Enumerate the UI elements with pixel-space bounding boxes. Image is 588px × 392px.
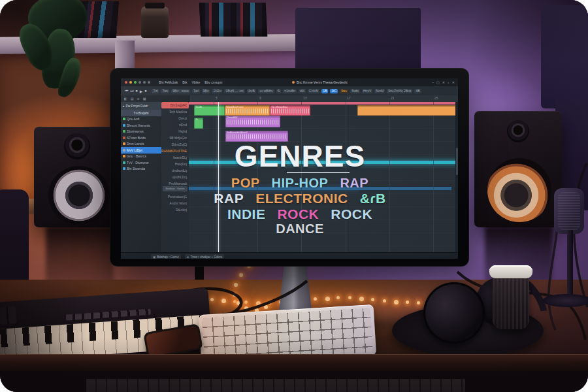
books-row bbox=[199, 3, 268, 37]
panel-icon[interactable]: ▤ bbox=[131, 97, 134, 101]
sidebar-item[interactable]: TvV · Dtvwvnw bbox=[121, 159, 161, 166]
sidebar-header[interactable]: ▸ Pw Prnjct Fvldr bbox=[121, 102, 161, 110]
clip-label: 9wBnvwdnvBnwV bbox=[225, 131, 288, 134]
menubar-item[interactable]: Bht FeMcbsk bbox=[159, 80, 178, 84]
track-name[interactable]: nDnd bbox=[161, 122, 189, 128]
tool-icon[interactable]: ✕ bbox=[452, 80, 455, 84]
window-control-button[interactable]: ✕ bbox=[442, 80, 445, 84]
track-name[interactable]: ujndhLDnj bbox=[161, 174, 189, 180]
sidebar-item[interactable]: Bht Stvwnda bbox=[121, 166, 161, 172]
audio-clip[interactable]: 9nvBt bbox=[194, 105, 225, 116]
sidebar-item[interactable]: MvV LtBjvt bbox=[121, 147, 161, 154]
window-control-button[interactable]: ▢ bbox=[436, 80, 440, 84]
toolbar-button[interactable]: +v wBtfrv bbox=[258, 89, 274, 93]
track-name[interactable]: Ovnci bbox=[161, 115, 189, 122]
menubar-item[interactable]: Ebv cmsqmi bbox=[204, 80, 222, 84]
track-name[interactable]: DdnvZujCj bbox=[161, 141, 189, 148]
window-control-button[interactable]: – bbox=[432, 80, 434, 84]
transport-button[interactable]: ▶ bbox=[140, 89, 143, 93]
panel-icon[interactable]: ◧ bbox=[124, 97, 127, 101]
track-name[interactable]: Dm1sqjvF1 bbox=[161, 102, 189, 108]
transport-button[interactable]: ⏭ bbox=[130, 89, 133, 93]
toolbar-button[interactable]: 1Bvt5 — vnt bbox=[224, 89, 244, 93]
toolbar-button[interactable]: =1nvBn bbox=[283, 89, 297, 93]
audio-clip[interactable] bbox=[357, 105, 458, 116]
window-control-dot[interactable] bbox=[134, 81, 137, 84]
panel-icon[interactable]: ≋ bbox=[137, 97, 139, 101]
track-name[interactable]: HwvjDnj bbox=[161, 161, 189, 167]
track-name[interactable]: 9B MrfjuGtc bbox=[161, 135, 189, 141]
sidebar-item[interactable]: Shncnt Vwnvnts bbox=[121, 122, 161, 129]
sidebar-item[interactable]: Drvn Lwnds bbox=[121, 141, 161, 148]
toolbar-button[interactable]: 5wbt bbox=[350, 89, 360, 93]
track-name[interactable]: Ptnvtsducn)1 bbox=[161, 193, 189, 200]
toolbar-button[interactable]: HnvV bbox=[362, 89, 372, 93]
track-name[interactable]: dndwvdLtj bbox=[161, 167, 189, 174]
toolbar-button[interactable]: Tnl bbox=[152, 89, 159, 93]
window-control-dot[interactable] bbox=[143, 81, 146, 84]
transport-button[interactable]: ⏺ bbox=[144, 89, 146, 93]
tool-icon[interactable]: ⌕ bbox=[448, 80, 449, 85]
genre-word: HIP-HOP bbox=[272, 176, 329, 190]
window-control-dot[interactable] bbox=[148, 81, 150, 84]
toolbar-button[interactable]: S bbox=[276, 89, 281, 93]
toolbar-button[interactable]: CnfnN bbox=[308, 89, 319, 93]
status-tab[interactable]: ▣Bdwhajv : Gwnvt bbox=[151, 254, 181, 259]
toolbar-button[interactable]: Twv bbox=[161, 89, 169, 93]
clip-label: 4v bbox=[194, 118, 203, 121]
string-light-bulb bbox=[264, 305, 268, 309]
playhead[interactable] bbox=[218, 102, 219, 252]
audio-clip[interactable]: 7w vBnvwBnv bbox=[270, 105, 310, 116]
audio-clip[interactable]: 4v bbox=[194, 118, 203, 129]
toolbar-button[interactable]: 9nv.PvVfn 2Bnk bbox=[387, 89, 412, 93]
track-name[interactable]: Hsjhd bbox=[161, 128, 189, 135]
lane-label-chip: Bwdtvjn · Gvnhs bbox=[163, 186, 188, 191]
track-name[interactable]: RANMKPLrZTNE bbox=[161, 148, 189, 154]
session-title-text: Bnc Krmse Venrs Thewa Gevdesht bbox=[297, 80, 348, 84]
sidebar-item[interactable]: Qnu Anft bbox=[121, 116, 161, 123]
track-name[interactable]: 9nh MadIna bbox=[161, 108, 189, 115]
toolbar-button[interactable]: 1N2u bbox=[212, 89, 222, 93]
sidebar-item[interactable]: STvwn Bvlds bbox=[121, 135, 161, 141]
window-control-dot[interactable] bbox=[129, 81, 132, 84]
audio-clip[interactable]: SnvwBnv9 vn2 bbox=[225, 105, 270, 116]
genre-word: &ɾB bbox=[360, 191, 386, 206]
sidebar-item[interactable]: Gnu · Bwvrcs bbox=[121, 154, 161, 160]
panel-icons: ◧▤≋▦ bbox=[124, 95, 146, 102]
toolbar-button[interactable]: 9Bn · swve bbox=[171, 89, 190, 93]
status-tab[interactable]: ≣Tnwc t vhwkjav + Gdkns bbox=[185, 254, 224, 259]
panel-icon[interactable]: ▦ bbox=[143, 97, 146, 101]
toolbar-button[interactable]: dM bbox=[299, 89, 306, 93]
track-name[interactable]: DtLnknj bbox=[161, 206, 189, 213]
audio-clip[interactable]: DnvwBtV bbox=[225, 116, 280, 127]
track-name[interactable]: fwantrDLj bbox=[161, 154, 189, 161]
studio-scene: Bht FeMcbskBtkVbtkeEbv cmsqmi Bnc Krmse … bbox=[0, 0, 588, 392]
transport-button[interactable]: ⏹ bbox=[136, 89, 138, 93]
toolbar-button[interactable]: 5vvM bbox=[374, 89, 385, 93]
scrollbar-thumb[interactable] bbox=[456, 148, 458, 175]
toolbar-button[interactable]: 4B bbox=[414, 89, 421, 93]
arrangement-area[interactable]: 9nvBtSnvwBnv9 vn27w vBnvwBnv4vDnvwBtV9wB… bbox=[189, 102, 458, 252]
vertical-scrollbar[interactable] bbox=[455, 102, 458, 252]
toolbar-button[interactable]: 1B bbox=[321, 89, 328, 93]
sidebar-item[interactable]: Tn Bnqsht bbox=[121, 110, 161, 116]
window-control-dot[interactable] bbox=[139, 81, 141, 84]
track-name[interactable]: Andnr Ntvnt bbox=[161, 200, 189, 206]
transport-button[interactable]: ⏮ bbox=[125, 89, 128, 93]
jar bbox=[141, 7, 169, 38]
menubar-item[interactable]: Vbtke bbox=[191, 80, 200, 84]
toolbar-button[interactable]: 4rvB bbox=[247, 89, 256, 93]
timeline-ruler[interactable]: 5913172125 bbox=[189, 95, 458, 102]
led-bulb bbox=[210, 298, 214, 301]
menubar-item[interactable]: Btk bbox=[182, 80, 187, 84]
toolbar-button[interactable]: 9Bn bbox=[202, 89, 210, 93]
window-control-dot[interactable] bbox=[125, 81, 127, 84]
session-status-icon bbox=[292, 81, 295, 84]
toolbar-button[interactable]: 9w+ bbox=[340, 89, 348, 93]
toolbar-button[interactable]: 1tC bbox=[330, 89, 338, 93]
track-list: Dm1sqjvF19nh MadInaOvncinDndHsjhd9B Mrfj… bbox=[161, 102, 189, 252]
sidebar-item[interactable]: Dbvtrwvnvs bbox=[121, 129, 161, 135]
waveform bbox=[227, 120, 279, 124]
toolbar-button[interactable]: Twl bbox=[192, 89, 200, 93]
genre-row: RAPELECTRONIC&ɾB bbox=[189, 191, 411, 206]
